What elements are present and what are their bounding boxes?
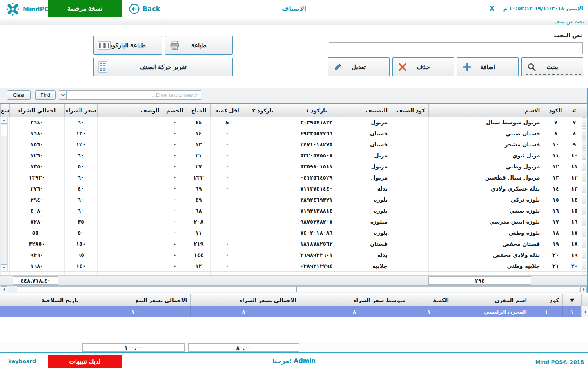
cell-available: ٢٣٢	[187, 172, 210, 183]
cell-category: بلوزه	[351, 205, 391, 216]
add-button[interactable]: اضافة	[457, 57, 519, 76]
scroll-down-arrow-icon[interactable]	[1, 264, 7, 271]
notifications-button[interactable]: لديك تنبيهات	[48, 355, 122, 368]
print-button[interactable]: طباعة	[165, 36, 233, 55]
column-header-barcode1[interactable]: باركود ١	[282, 104, 351, 117]
row-selector[interactable]	[581, 194, 587, 205]
cell-description	[97, 117, 163, 128]
back-arrow-icon[interactable]	[129, 4, 140, 14]
cell-buy_total: ٩٣٦٠	[9, 249, 64, 260]
column-header-cut[interactable]: سع	[0, 104, 9, 117]
row-selector[interactable]	[581, 216, 587, 227]
row-selector[interactable]	[581, 117, 587, 128]
column-header-total-buy[interactable]: الاجمالي بسعر الشراء	[190, 294, 300, 306]
row-selector[interactable]	[581, 183, 587, 194]
cell-barcode1: ٧٤٠٢٠١٨٠٨٦	[282, 227, 351, 238]
table-row[interactable]: ٩١٠فستان مشجرفستان٢٤٧١٠١٨٢٧٥٠١٣٠١٢٠١٥٦٠	[0, 139, 587, 150]
table-row[interactable]: ١٧١٨بلوزه وطنيبلوزه٧٤٠٢٠١٨٠٨٦٠١١٠٥٠٥٥٠	[0, 227, 587, 238]
stock-row-selected[interactable]: ١ ١ المخزن الرئيسي ١٠ ٨ ٨٠ ١٠٠	[0, 306, 588, 317]
current-row-arrow-icon	[581, 306, 588, 317]
row-selector[interactable]	[581, 161, 587, 172]
column-header-num[interactable]: #	[562, 294, 581, 306]
filter-column-dropdown[interactable]	[59, 91, 67, 99]
row-selector[interactable]	[581, 249, 587, 260]
column-header-min_qty[interactable]: اقل كمية	[210, 104, 244, 117]
license-version-button[interactable]: نسخة مرخصة	[48, 0, 122, 17]
table-row[interactable]: ١٣١٤بدله عسكري ولاديبدله٧١١٣٧٤١٤٤٠٠٦٩٠٤٠…	[0, 183, 587, 194]
column-header-avg-buy-price[interactable]: متوسط سعر الشراء	[300, 294, 409, 306]
cell-buy_total	[9, 272, 64, 275]
grid-body: ٧٧مريول متوسط شيالمريول٣٠٣٩٥٧١٨٢٢5٤٤٠٦٠٢…	[0, 117, 587, 275]
column-header-category[interactable]: التصنيف	[351, 104, 391, 117]
cell-buy_total: ١٣٥٠	[9, 161, 64, 172]
table-row[interactable]: ١٩٢٠بدله ولادي مخفضبدله٣٦٩٨٩٣٣٦٠١٠١٤٤٠٦٥…	[0, 249, 587, 260]
scroll-left-arrow-icon[interactable]	[1, 286, 7, 292]
cell-name: مريول شيال قطعتين	[428, 172, 543, 183]
column-header-num[interactable]: #	[568, 104, 581, 117]
table-row[interactable]: ٢٠٢١جلابيه وطنيجلابيه٠٣٨٩٢١٣٧٩٤٠١٢٠١٤٠١٦…	[0, 260, 587, 272]
table-row[interactable]: ١١١٢مريول وطنيمريول٥٢٥٩٨٠١٥١١٠٢٧٠٥٠١٣٥٠	[0, 161, 587, 172]
row-selector[interactable]	[581, 150, 587, 161]
row-selector[interactable]	[581, 227, 587, 238]
keyboard-link[interactable]: keyboard	[8, 358, 36, 364]
search-button[interactable]: بحث	[521, 57, 583, 76]
scroll-right-arrow-icon[interactable]	[580, 286, 587, 292]
row-selector[interactable]	[581, 272, 587, 275]
row-selector[interactable]	[581, 238, 587, 249]
table-row[interactable]: ١٨١٩فستان مخفضفستان١٨١٨٧٨٢٥٦٢٠٢١٩٠١٥٠٣٢٨…	[0, 238, 587, 249]
column-header-quantity[interactable]: الكمية	[409, 294, 452, 306]
column-header-buy_total[interactable]: اجمالي الشراء	[9, 104, 64, 117]
table-row[interactable]	[0, 272, 587, 275]
column-header-buy_price[interactable]: سعر الشراء	[64, 104, 98, 117]
cell-discount	[163, 272, 187, 275]
table-row[interactable]: ١٤١٥بلوزه تركيبلوزه٣٨٩٢٤٦٩٣٢١٠٤٩٠٦٠٢٩٤٠	[0, 194, 587, 205]
print-barcode-button[interactable]: طباعة الباركود	[93, 36, 162, 55]
column-header-name[interactable]: الاسم	[428, 104, 543, 117]
column-header-description[interactable]: الوصف	[97, 104, 163, 117]
column-header-expiry-date[interactable]: تاريخ الصلاحية	[0, 294, 82, 306]
cell-available	[187, 272, 210, 275]
column-header-barcode2[interactable]: باركود ٢	[244, 104, 282, 117]
back-button[interactable]: Back	[143, 5, 160, 13]
vertical-scrollbar[interactable]	[1, 117, 8, 271]
filter-clear-button[interactable]: Clear	[7, 90, 31, 100]
column-header-code[interactable]: الكود	[543, 104, 568, 117]
search-text-input[interactable]	[329, 42, 583, 54]
search-button-label: بحث	[522, 58, 583, 76]
column-header-discount[interactable]: الخصم	[163, 104, 187, 117]
delete-button[interactable]: حذف	[392, 57, 454, 76]
column-header-available[interactable]: المتاح	[187, 104, 210, 117]
filter-find-button[interactable]: Find	[35, 90, 56, 100]
vertical-scrollbar-thumb[interactable]	[1, 125, 7, 136]
table-row[interactable]: ١٦١٧بلوزه ابيض مدرسيمبلوزه٩٨٧٥٣٧٨٢٠٧٠٢٠٨…	[0, 216, 587, 227]
cell-barcode1: ٥٢٥٩٨٠١٥١١	[282, 161, 351, 172]
table-row[interactable]: ١٥١٦بلوزه صينيبلوزه٧١٩٣١٢٨٨١٤٠٦٨٠٦٠٤٠٨٠	[0, 205, 587, 216]
column-header-store-name[interactable]: اسم المخزن	[452, 294, 530, 306]
cell-code	[543, 272, 568, 275]
cell-item_code	[391, 128, 428, 139]
row-selector[interactable]	[581, 205, 587, 216]
row-selector[interactable]	[581, 172, 587, 183]
row-selector[interactable]	[581, 260, 587, 271]
item-movement-report-button[interactable]: تقرير حركة الصنف	[93, 58, 233, 76]
filter-search-input[interactable]	[67, 91, 201, 99]
table-row[interactable]: ١٢١٣مريول شيال قطعتينمريول٠٤١٢٥٦٤٥٢٩٠٢٣٢…	[0, 172, 587, 183]
table-row[interactable]: ٧٧مريول متوسط شيالمريول٣٠٣٩٥٧١٨٢٢5٤٤٠٦٠٢…	[0, 117, 587, 128]
column-header-total-sell[interactable]: الاجمالي بسعر البيع	[82, 294, 190, 306]
row-selector[interactable]	[581, 128, 587, 139]
row-selector[interactable]	[581, 139, 587, 150]
horizontal-scrollbar[interactable]	[0, 285, 587, 293]
cell-buy_total: ١٥٦٠	[9, 139, 64, 150]
table-row[interactable]: ١٠١١مريل ثنويمريل٥٢٢٠٥٧٥٥٠٨٠٢١٠٦٠١٢٦٠	[0, 150, 587, 161]
window-close-button[interactable]: X	[490, 4, 494, 12]
edit-button[interactable]: تعديل	[328, 57, 390, 76]
horizontal-scrollbar-thumb[interactable]	[17, 286, 579, 292]
cell-buy_total: ٤٠٨٠	[9, 205, 64, 216]
column-header-code[interactable]: كود	[530, 294, 562, 306]
cell-available: ٢١	[187, 150, 210, 161]
cell-category: جلابيه	[351, 260, 391, 271]
scroll-up-arrow-icon[interactable]	[1, 117, 7, 124]
cell-num: ١	[562, 306, 581, 317]
table-row[interactable]: ٨٨فستان صينيفستان٤٩٢٣٥٥٧٧٦٦٠١٤٠١٢٠١٦٨٠	[0, 128, 587, 139]
column-header-item_code[interactable]: كود الصنف	[391, 104, 428, 117]
